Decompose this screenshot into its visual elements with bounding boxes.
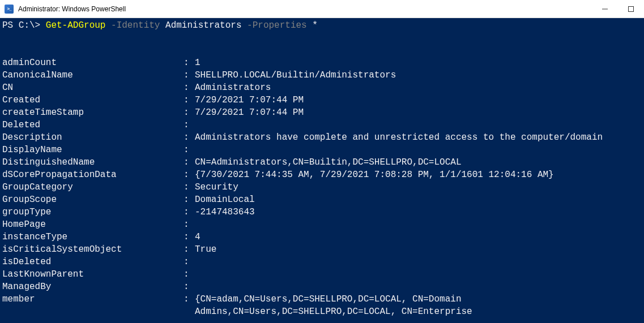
output-value: -2147483643 (195, 206, 255, 218)
output-row: GroupCategory:Security (2, 181, 642, 193)
output-row: CN:Administrators (2, 81, 642, 94)
output-container: adminCount:1CanonicalName:SHELLPRO.LOCAL… (2, 57, 642, 318)
output-colon: : (184, 231, 195, 243)
output-key: groupType (2, 206, 184, 218)
prompt-param-properties: -Properties (241, 20, 312, 31)
output-value: Security (195, 181, 238, 193)
output-value: Admins,CN=Users,DC=SHELLPRO,DC=LOCAL, CN… (195, 305, 472, 318)
output-key: instanceType (2, 231, 184, 243)
output-value: {7/30/2021 7:44:35 AM, 7/29/2021 7:08:28… (195, 169, 554, 181)
output-key: isDeleted (2, 256, 184, 268)
output-colon: : (184, 268, 195, 281)
output-key (2, 305, 184, 318)
output-value: Administrators (195, 81, 271, 94)
svg-rect-1 (629, 6, 634, 11)
output-value: 1 (195, 57, 201, 69)
output-key: member (2, 293, 184, 305)
output-row: adminCount:1 (2, 57, 642, 69)
minimize-button[interactable] (592, 0, 618, 18)
output-key: Description (2, 131, 184, 144)
output-row: DistinguishedName:CN=Administrators,CN=B… (2, 156, 642, 169)
output-value: 7/29/2021 7:07:44 PM (195, 94, 304, 106)
output-key: isCriticalSystemObject (2, 243, 184, 256)
output-colon: : (184, 94, 195, 106)
output-colon (184, 305, 195, 318)
output-key: dSCorePropagationData (2, 169, 184, 181)
output-row: DisplayName: (2, 144, 642, 156)
output-key: LastKnownParent (2, 268, 184, 281)
output-key: CN (2, 81, 184, 94)
output-row: isDeleted: (2, 256, 642, 268)
minimize-icon (602, 6, 608, 12)
maximize-button[interactable] (618, 0, 644, 18)
output-key: HomePage (2, 218, 184, 231)
window-title: Administrator: Windows PowerShell (18, 5, 126, 13)
output-key: GroupScope (2, 193, 184, 206)
output-colon: : (184, 144, 195, 156)
output-value: 4 (195, 231, 201, 243)
output-row: Description:Administrators have complete… (2, 131, 642, 144)
window-titlebar: Administrator: Windows PowerShell (0, 0, 644, 18)
output-row: Admins,CN=Users,DC=SHELLPRO,DC=LOCAL, CN… (2, 305, 642, 318)
output-value: CN=Administrators,CN=Builtin,DC=SHELLPRO… (195, 156, 461, 169)
output-row: member:{CN=adam,CN=Users,DC=SHELLPRO,DC=… (2, 293, 642, 305)
prompt-prefix: PS C:\> (2, 20, 46, 31)
prompt-arg-properties: * (312, 20, 318, 31)
output-key: GroupCategory (2, 181, 184, 193)
output-colon: : (184, 57, 195, 69)
output-colon: : (184, 206, 195, 218)
output-blank-gap (2, 32, 642, 57)
output-row: LastKnownParent: (2, 268, 642, 281)
output-row: HomePage: (2, 218, 642, 231)
output-key: DistinguishedName (2, 156, 184, 169)
output-row: GroupScope:DomainLocal (2, 193, 642, 206)
output-colon: : (184, 293, 195, 305)
output-colon: : (184, 156, 195, 169)
powershell-icon (5, 5, 14, 14)
output-colon: : (184, 169, 195, 181)
output-value: {CN=adam,CN=Users,DC=SHELLPRO,DC=LOCAL, … (195, 293, 461, 305)
output-colon: : (184, 281, 195, 293)
prompt-param-identity: -Identity (105, 20, 165, 31)
output-colon: : (184, 256, 195, 268)
output-key: ManagedBy (2, 281, 184, 293)
output-key: Created (2, 94, 184, 106)
output-row: groupType:-2147483643 (2, 206, 642, 218)
output-key: DisplayName (2, 144, 184, 156)
output-row: Created:7/29/2021 7:07:44 PM (2, 94, 642, 106)
prompt-cmdlet: Get-ADGroup (46, 20, 106, 31)
output-row: instanceType:4 (2, 231, 642, 243)
output-value: DomainLocal (195, 193, 255, 206)
output-colon: : (184, 106, 195, 119)
output-row: isCriticalSystemObject:True (2, 243, 642, 256)
output-colon: : (184, 193, 195, 206)
output-row: dSCorePropagationData:{7/30/2021 7:44:35… (2, 169, 642, 181)
output-colon: : (184, 81, 195, 94)
output-row: ManagedBy: (2, 281, 642, 293)
output-colon: : (184, 131, 195, 144)
output-value: Administrators have complete and unrestr… (195, 131, 603, 144)
prompt-arg-identity: Administrators (165, 20, 241, 31)
output-key: CanonicalName (2, 69, 184, 81)
output-colon: : (184, 243, 195, 256)
output-colon: : (184, 181, 195, 193)
output-colon: : (184, 69, 195, 81)
output-key: adminCount (2, 57, 184, 69)
output-key: Deleted (2, 119, 184, 131)
output-value: SHELLPRO.LOCAL/Builtin/Administrators (195, 69, 396, 81)
output-value: True (195, 243, 216, 256)
output-row: Deleted: (2, 119, 642, 131)
output-colon: : (184, 119, 195, 131)
output-colon: : (184, 218, 195, 231)
terminal-area[interactable]: PS C:\> Get-ADGroup -Identity Administra… (0, 18, 644, 323)
output-value: 7/29/2021 7:07:44 PM (195, 106, 304, 119)
output-row: CanonicalName:SHELLPRO.LOCAL/Builtin/Adm… (2, 69, 642, 81)
window-controls (592, 0, 644, 18)
output-key: createTimeStamp (2, 106, 184, 119)
titlebar-left: Administrator: Windows PowerShell (5, 5, 126, 14)
output-row: createTimeStamp:7/29/2021 7:07:44 PM (2, 106, 642, 119)
maximize-icon (628, 6, 634, 12)
